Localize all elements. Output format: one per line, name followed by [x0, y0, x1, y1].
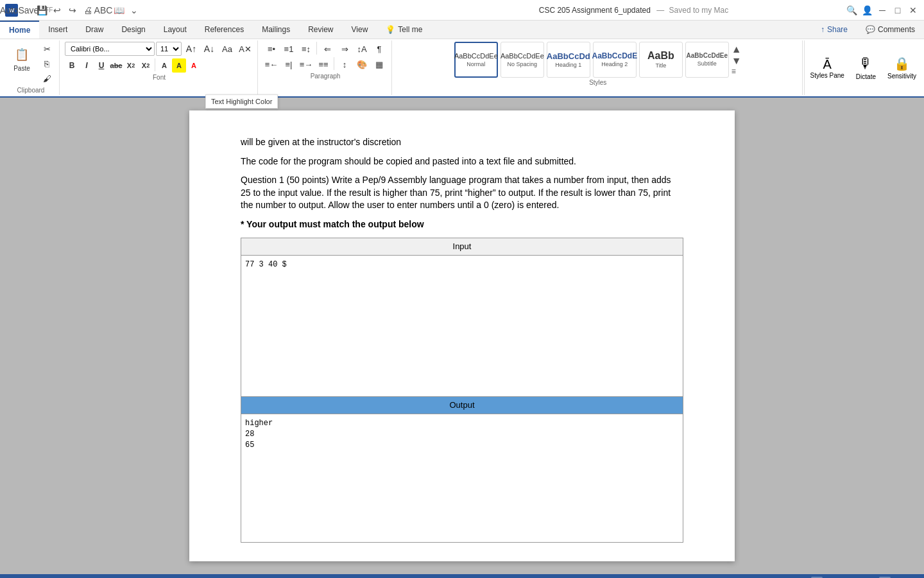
- styles-pane-label: Styles Pane: [810, 72, 844, 79]
- sort-button[interactable]: ↕A: [354, 42, 370, 56]
- text-color-button[interactable]: A: [157, 58, 171, 73]
- subscript-button[interactable]: X2: [124, 58, 138, 73]
- clipboard-items: 📋 Paste ✂ ⎘ 🖌: [6, 42, 55, 85]
- style-subtitle[interactable]: AaBbCcDdEe Subtitle: [685, 42, 729, 78]
- input-output-table: Input 77 3 40 $ Output higher 28 65: [241, 238, 683, 543]
- print-icon[interactable]: 🖨: [82, 4, 94, 16]
- line-spacing-button[interactable]: ↕: [336, 57, 353, 71]
- superscript-button[interactable]: X2: [139, 58, 153, 73]
- save-icon[interactable]: 💾: [36, 4, 47, 16]
- tab-draw[interactable]: Draw: [76, 21, 112, 39]
- tab-references[interactable]: References: [196, 21, 253, 39]
- tab-insert[interactable]: Insert: [39, 21, 76, 39]
- paste-button[interactable]: 📋 Paste: [6, 42, 37, 75]
- cut-button[interactable]: ✂: [38, 42, 55, 56]
- align-left-button[interactable]: ≡←: [263, 57, 280, 71]
- autosave-label: AutoSave: [0, 5, 38, 15]
- output-header: Output: [241, 396, 683, 414]
- title-bar: W AutoSave OFF 💾 ↩ ↪ 🖨 ABC 📖 ⌄ CSC 205 A…: [0, 0, 924, 21]
- tab-design[interactable]: Design: [112, 21, 154, 39]
- increase-indent-button[interactable]: ⇒: [336, 42, 353, 56]
- ribbon: Home Insert Draw Design Layout Reference…: [0, 21, 924, 98]
- styles-group: AaBbCcDdEe Normal AaBbCcDdEe No Spacing …: [393, 40, 803, 95]
- style-heading1[interactable]: AaBbCcDd Heading 1: [547, 42, 590, 78]
- format-buttons: B I U abc X2 X2 A A A: [65, 58, 253, 73]
- tab-view[interactable]: View: [343, 21, 377, 39]
- underline-button[interactable]: U: [94, 58, 108, 73]
- read-mode-icon[interactable]: 📖: [113, 4, 124, 16]
- show-marks-button[interactable]: ¶: [371, 42, 388, 56]
- redo-icon[interactable]: ↪: [67, 4, 78, 16]
- paragraph-group: ≡• ≡1 ≡↕ ⇐ ⇒ ↕A ¶ ≡← ≡| ≡→ ≡≡ ↕ 🎨: [259, 40, 392, 95]
- undo-icon[interactable]: ↩: [51, 4, 63, 16]
- tab-mailings[interactable]: Mailings: [253, 21, 299, 39]
- document-name: CSC 205 Assignment 6_updated: [539, 6, 651, 15]
- bold-button[interactable]: B: [65, 58, 79, 73]
- paste-icon: 📋: [13, 46, 31, 64]
- document-page: will be given at the instructor's discre…: [189, 110, 735, 561]
- tab-review[interactable]: Review: [299, 21, 342, 39]
- style-heading2[interactable]: AaBbCcDdE Heading 2: [593, 42, 637, 78]
- title-bar-right: 🔍 👤 ─ □ ✕: [846, 4, 919, 16]
- maximize-icon[interactable]: □: [892, 4, 903, 16]
- styles-group-label: Styles: [589, 79, 606, 86]
- search-titlebar-icon[interactable]: 🔍: [846, 4, 857, 16]
- autosave-toggle[interactable]: AutoSave OFF: [21, 4, 32, 16]
- change-case-button[interactable]: Aa: [219, 42, 235, 56]
- customize-icon[interactable]: ⌄: [128, 4, 140, 16]
- style-title[interactable]: AaBb Title: [639, 42, 683, 78]
- document-wrapper: will be given at the instructor's discre…: [0, 98, 924, 574]
- tab-home[interactable]: Home: [0, 21, 39, 39]
- styles-pane-button[interactable]: Ā Styles Pane: [804, 40, 849, 95]
- doc-line2: The code for the program should be copie…: [241, 155, 683, 168]
- bullets-button[interactable]: ≡•: [263, 42, 280, 56]
- italic-button[interactable]: I: [80, 58, 94, 73]
- numbering-button[interactable]: ≡1: [280, 42, 297, 56]
- doc-line1: will be given at the instructor's discre…: [241, 136, 683, 149]
- title-bar-quick-access: AutoSave OFF 💾 ↩ ↪ 🖨 ABC 📖 ⌄: [21, 4, 140, 16]
- align-right-button[interactable]: ≡→: [298, 57, 314, 71]
- styles-pane-icon: Ā: [823, 57, 832, 72]
- justify-button[interactable]: ≡≡: [315, 57, 332, 71]
- increase-font-button[interactable]: A↑: [183, 42, 200, 56]
- align-buttons: ≡← ≡| ≡→ ≡≡ ↕ 🎨 ▦: [263, 57, 388, 71]
- font-name-select[interactable]: Calibri (Bo...: [65, 42, 155, 56]
- format-painter-button[interactable]: 🖌: [38, 71, 55, 85]
- tab-tell-me[interactable]: 💡Tell me: [377, 21, 431, 39]
- strikethrough-button[interactable]: abc: [109, 58, 123, 73]
- input-header: Input: [241, 238, 683, 255]
- style-no-spacing[interactable]: AaBbCcDdEe No Spacing: [501, 42, 544, 78]
- clear-formatting-button[interactable]: A✕: [237, 42, 253, 56]
- input-body: 77 3 40 $: [241, 255, 683, 396]
- doc-question: Question 1 (50 points) Write a Pep/9 Ass…: [241, 174, 683, 212]
- dictate-button[interactable]: 🎙 Dictate: [851, 40, 881, 95]
- highlight-color-button[interactable]: A: [172, 58, 186, 73]
- title-bar-left: W AutoSave OFF 💾 ↩ ↪ 🖨 ABC 📖 ⌄: [5, 4, 422, 17]
- font-size-select[interactable]: 11: [156, 42, 182, 56]
- clipboard-group: 📋 Paste ✂ ⎘ 🖌 Clipboard: [3, 40, 60, 95]
- user-icon[interactable]: 👤: [861, 4, 873, 16]
- doc-output-note: * Your output must match the output belo…: [241, 218, 683, 231]
- multilevel-button[interactable]: ≡↕: [298, 42, 314, 56]
- decrease-indent-button[interactable]: ⇐: [319, 42, 336, 56]
- ribbon-tabs: Home Insert Draw Design Layout Reference…: [0, 21, 924, 39]
- list-buttons: ≡• ≡1 ≡↕ ⇐ ⇒ ↕A ¶: [263, 42, 388, 56]
- font-color-button[interactable]: A: [187, 58, 201, 73]
- share-button[interactable]: ↑Share: [812, 21, 857, 39]
- spelling-icon[interactable]: ABC: [98, 4, 109, 16]
- close-icon[interactable]: ✕: [907, 4, 919, 16]
- styles-scroll-arrow[interactable]: ▲ ▼ ≡: [732, 44, 742, 76]
- sensitivity-button[interactable]: 🔒 Sensitivity: [882, 40, 921, 95]
- minimize-icon[interactable]: ─: [877, 4, 888, 16]
- borders-button[interactable]: ▦: [371, 57, 388, 71]
- status-bar: Page 1 of 1 95 words ✓ English (United S…: [0, 574, 924, 578]
- ribbon-content: 📋 Paste ✂ ⎘ 🖌 Clipboard: [0, 39, 924, 96]
- style-normal[interactable]: AaBbCcDdEe Normal: [454, 42, 498, 78]
- decrease-font-button[interactable]: A↓: [201, 42, 218, 56]
- font-group-label: Font: [153, 74, 166, 81]
- shading-button[interactable]: 🎨: [354, 57, 370, 71]
- align-center-button[interactable]: ≡|: [280, 57, 297, 71]
- comments-button[interactable]: 💬Comments: [857, 21, 924, 39]
- tab-layout[interactable]: Layout: [155, 21, 196, 39]
- copy-button[interactable]: ⎘: [38, 57, 55, 71]
